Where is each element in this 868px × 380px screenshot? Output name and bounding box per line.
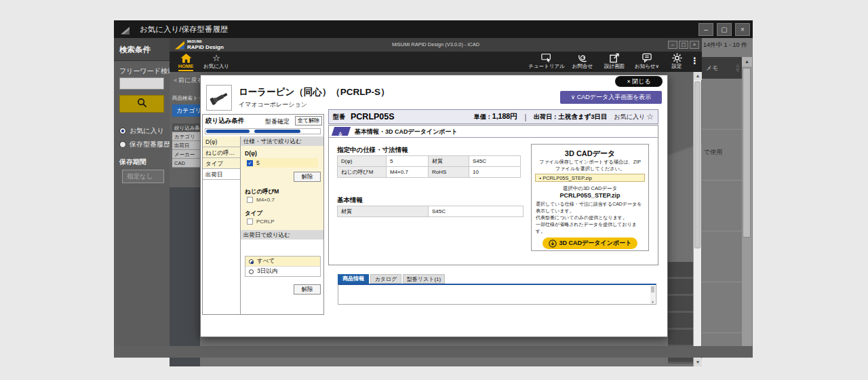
filter-progress-bar <box>205 128 321 134</box>
clear-all-button[interactable]: 全て解除 <box>295 116 322 126</box>
sort-asc-icon[interactable]: △ <box>736 63 739 68</box>
sort-desc-icon[interactable]: ▽ <box>736 68 739 73</box>
app-minimize-button[interactable]: – <box>668 41 677 49</box>
nav-favorites[interactable]: ☆ お気に入り <box>201 53 232 70</box>
ship-value: 土祝含まず3日目 <box>558 113 607 121</box>
radio-all-row[interactable]: すべて <box>245 256 320 267</box>
nav-tutorial[interactable]: チュートリアル <box>528 53 566 70</box>
speech-bubble-icon <box>629 53 665 63</box>
breadcrumb[interactable]: 商品検索トップ <box>172 95 202 102</box>
app-scrollbar[interactable]: ▲ ▼ <box>693 72 701 366</box>
search-panel-title: 検索条件 <box>114 38 170 61</box>
product-maker: イマオコーポレーション <box>239 100 307 109</box>
search-conditions-panel: 検索条件 フリーワード検索 お気に入り 保存型番履歴 保存期間 指定なし <box>114 38 170 358</box>
product-title: ローラーピン（同心）（PCRLP-S） <box>239 86 390 98</box>
ship-label: 出荷日： <box>534 113 558 121</box>
tab-content-scrollbar[interactable]: ▼ <box>650 286 655 304</box>
back-link[interactable]: ＜前に戻る <box>172 76 202 85</box>
radio-on-icon[interactable] <box>249 259 254 264</box>
download-icon <box>549 240 557 248</box>
tab-product-info[interactable]: 商品情報 <box>338 274 369 284</box>
nav-settings[interactable]: 設定 <box>665 53 689 70</box>
type-checkbox-row[interactable]: PCRLP <box>245 218 275 225</box>
memo-column-header[interactable]: メモ △ ▽ <box>702 57 742 79</box>
cad-screen-button[interactable]: ∨ CADデータ入手画面を表示 <box>560 91 662 104</box>
scroll-up-icon[interactable]: ▲ <box>742 57 752 66</box>
thread-label: ねじの呼びM <box>245 188 279 196</box>
checkbox-checked-icon[interactable]: ✓ <box>247 160 253 166</box>
basic-heading: 基本情報 <box>337 196 363 205</box>
type-label: タイプ <box>245 210 262 218</box>
app-titlebar: MiSUMi RAPiD Design MiSUMi RAPiD Design … <box>170 38 702 52</box>
nav-news[interactable]: お知らせ∨ <box>629 53 665 70</box>
search-panel-header: 検索条件 <box>114 38 170 61</box>
tab-scrollbar-thumb[interactable] <box>651 286 654 292</box>
filter-nav-item[interactable]: タイプ <box>203 158 240 169</box>
bg-filter-row[interactable]: CAD <box>172 159 201 168</box>
filter-nav-item[interactable]: D(φ) <box>203 136 240 147</box>
save-period-label: 保存期間 <box>119 157 146 167</box>
save-period-select[interactable]: 指定なし <box>122 170 164 183</box>
maximize-button[interactable]: ▢ <box>717 23 732 36</box>
d-phi-checkbox-row[interactable]: ✓ 5 <box>245 158 318 168</box>
bg-filter-row[interactable]: カテゴリ <box>172 132 201 141</box>
bg-filter-row[interactable]: 出荷日 <box>172 141 201 150</box>
cad-import-button[interactable]: 3D CADデータインポート <box>542 238 637 249</box>
outer-bottom-band <box>114 346 753 358</box>
radio-3days-row[interactable]: 3日以内 <box>245 267 320 276</box>
selected-cad-label: 選択中の3D CADデータ <box>532 185 648 192</box>
app-close-button[interactable]: × <box>690 41 699 49</box>
contact-icon <box>566 53 599 63</box>
scroll-down-icon[interactable]: ▼ <box>650 300 655 304</box>
minimize-button[interactable]: – <box>698 23 713 36</box>
scroll-down-icon[interactable]: ▼ <box>694 358 702 366</box>
tab-catalog[interactable]: カタログ <box>370 274 401 284</box>
thread-checkbox-row[interactable]: M4×0.7 <box>245 197 275 203</box>
ship-date-radio-group: すべて 3日以内 <box>245 256 321 277</box>
checkbox-icon[interactable] <box>247 218 253 225</box>
category-button[interactable]: カテゴリ <box>172 104 202 117</box>
tab-part-list[interactable]: 型番リスト(1) <box>403 274 445 284</box>
modal-close-button[interactable]: × 閉じる <box>615 76 663 87</box>
checkbox-icon[interactable] <box>247 197 253 203</box>
app-scrollbar-thumb[interactable] <box>694 81 701 248</box>
filter-nav-item[interactable]: ねじの呼… <box>203 147 240 158</box>
cad-file-option[interactable]: ● PCRLP05S_STEP.zip <box>535 174 645 182</box>
favorite-label[interactable]: お気に入り <box>614 113 646 121</box>
nav-home[interactable]: HOME <box>174 53 198 69</box>
favorite-star-icon[interactable]: ☆ <box>646 112 654 121</box>
star-icon: ☆ <box>201 53 232 63</box>
radio-on-icon <box>119 128 126 134</box>
radio-off-icon[interactable] <box>249 269 254 274</box>
price-value: 1,188円 <box>492 112 517 121</box>
clear-button[interactable]: 解除 <box>294 172 321 182</box>
close-button[interactable]: × <box>735 23 750 36</box>
search-button[interactable] <box>119 95 164 113</box>
app-maximize-button[interactable]: ▢ <box>679 41 688 49</box>
basic-table: 材質 S45C <box>337 206 524 217</box>
results-scrollbar[interactable]: ▲ ▼ <box>742 57 752 358</box>
part-code: PCRLP05S <box>351 112 395 121</box>
bg-filter-table: 絞り込み条件 カテゴリ 出荷日 メーカー CAD <box>172 124 201 168</box>
overflow-menu-icon[interactable]: ⋮ <box>690 56 699 66</box>
results-scrollbar-thumb[interactable] <box>743 68 751 238</box>
d-phi-label: D(φ) <box>245 150 257 157</box>
bg-filter-row[interactable]: メーカー <box>172 150 201 159</box>
radio-favorites[interactable]: お気に入り <box>119 126 164 136</box>
tutorial-icon <box>528 53 566 63</box>
radio-history[interactable]: 保存型番履歴 <box>119 140 170 149</box>
filter-header: 絞り込み条件 <box>205 117 244 126</box>
nav-design-screen[interactable]: 設計画面 <box>598 53 631 70</box>
external-link-icon <box>598 53 631 63</box>
clear-button[interactable]: 解除 <box>294 284 321 294</box>
section-title: 基本情報・3D CADデータインポート <box>355 126 458 138</box>
freeword-search-input[interactable] <box>119 77 164 90</box>
scroll-up-icon[interactable]: ▲ <box>694 72 702 80</box>
filter-nav-item[interactable]: 出荷日 <box>203 169 240 180</box>
radio-off-icon <box>119 141 126 148</box>
nav-contact[interactable]: お問合せ <box>566 53 599 70</box>
screen: お気に入り/保存型番履歴 – ▢ × 検索条件 フリーワード検索 お気に入り <box>0 0 868 380</box>
sort-icons[interactable]: △ ▽ <box>736 63 739 73</box>
chevron-up-icon[interactable]: ≪ <box>332 127 351 136</box>
search-icon <box>137 98 147 111</box>
